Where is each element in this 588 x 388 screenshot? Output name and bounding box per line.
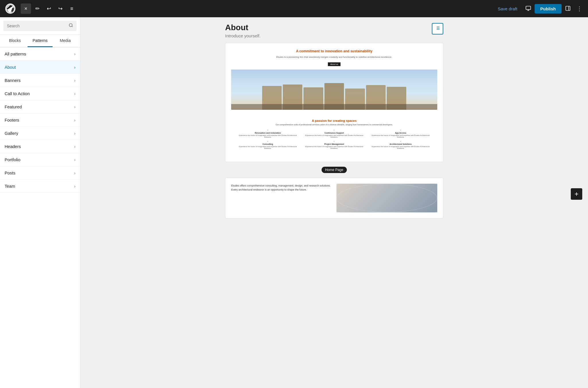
preview-header-text: About Introduce yourself. [225, 23, 260, 38]
search-area [0, 17, 80, 35]
pattern-card-about-2[interactable]: Études offers comprehensive consulting, … [225, 178, 443, 218]
sidebar-icon [565, 5, 571, 12]
close-button[interactable]: × [21, 3, 31, 14]
second-card-image [336, 184, 437, 212]
tab-media[interactable]: Media [53, 35, 78, 47]
fake-services-grid: ✦ Renovation and restoration Experience … [236, 129, 433, 149]
headers-label: Headers [5, 144, 21, 149]
preview-title: About [225, 23, 260, 32]
sidebar-item-gallery[interactable]: Gallery › [0, 127, 80, 140]
pattern-card-home-page[interactable]: A commitment to innovation and sustainab… [225, 43, 443, 162]
banners-label: Banners [5, 78, 21, 83]
grid-item-4: ✦ Consulting Experience the fusion of im… [236, 140, 300, 149]
grid-item-5: ✦ Project Management Experience the fusi… [302, 140, 366, 149]
second-card-body: Études offers comprehensive consulting, … [231, 184, 332, 192]
search-icon [69, 23, 73, 29]
tab-blocks[interactable]: Blocks [2, 35, 28, 47]
svg-point-3 [69, 24, 72, 27]
home-page-label-badge: Home Page [322, 167, 347, 173]
sidebar-item-call-to-action[interactable]: Call to Action › [0, 87, 80, 100]
pattern-list: All patterns › About › Banners › Call to… [0, 47, 80, 388]
chevron-right-icon: › [74, 118, 76, 122]
sidebar: Blocks Patterns Media All patterns › Abo… [0, 17, 80, 388]
redo-icon: ↪ [58, 5, 63, 12]
more-options-button[interactable]: ⋮ [574, 3, 585, 14]
list-view-icon [435, 26, 440, 32]
preview-area: About Introduce yourself. [80, 17, 588, 388]
chevron-right-icon: › [74, 157, 76, 162]
undo-icon: ↩ [47, 5, 51, 12]
chevron-right-icon: › [74, 91, 76, 96]
publish-button[interactable]: Publish [535, 4, 562, 14]
sidebar-item-team[interactable]: Team › [0, 180, 80, 193]
chevron-right-icon: › [74, 78, 76, 83]
more-icon: ⋮ [577, 5, 582, 12]
svg-rect-2 [566, 6, 570, 10]
team-label: Team [5, 184, 15, 189]
chevron-right-icon: › [74, 171, 76, 175]
grid-item-3: ✦ App Access Experience the fusion of im… [369, 129, 433, 138]
edit-button[interactable]: ✏ [32, 3, 42, 14]
tab-patterns[interactable]: Patterns [28, 35, 53, 47]
close-icon: × [24, 6, 28, 12]
svg-rect-1 [526, 6, 531, 9]
search-input[interactable] [7, 24, 66, 28]
fake-section-2-title: A passion for creating spaces [236, 119, 433, 122]
sidebar-item-banners[interactable]: Banners › [0, 74, 80, 87]
sidebar-item-featured[interactable]: Featured › [0, 100, 80, 114]
fake-site-title: A commitment to innovation and sustainab… [231, 49, 437, 54]
add-block-button[interactable]: + [571, 188, 582, 200]
undo-button[interactable]: ↩ [44, 3, 54, 14]
portfolio-label: Portfolio [5, 157, 20, 162]
grid-item-6: ✦ Architectural Solutions Experience the… [369, 140, 433, 149]
save-draft-button[interactable]: Save draft [493, 4, 522, 14]
monitor-icon [525, 5, 531, 12]
fake-site-cta-btn: About us [328, 62, 341, 66]
second-card-inner: Études offers comprehensive consulting, … [225, 178, 443, 218]
sidebar-item-posts[interactable]: Posts › [0, 166, 80, 180]
chevron-right-icon: › [74, 52, 76, 56]
document-overview-button[interactable]: ≡ [67, 3, 77, 14]
list-view-button[interactable] [432, 23, 443, 34]
grid-item-1: ✦ Renovation and restoration Experience … [236, 129, 300, 138]
search-box [3, 21, 77, 31]
plus-icon: + [575, 190, 579, 198]
posts-label: Posts [5, 170, 16, 175]
main-area: Blocks Patterns Media All patterns › Abo… [0, 17, 588, 388]
sidebar-item-headers[interactable]: Headers › [0, 140, 80, 153]
all-patterns-label: All patterns [5, 51, 26, 56]
chevron-right-icon: › [74, 65, 76, 70]
redo-button[interactable]: ↪ [55, 3, 65, 14]
sidebar-item-about[interactable]: About › [0, 61, 80, 74]
second-card-text: Études offers comprehensive consulting, … [231, 184, 332, 212]
document-overview-icon: ≡ [70, 6, 74, 12]
wp-logo [3, 0, 17, 17]
home-page-badge-wrapper: Home Page [322, 167, 347, 175]
chevron-right-icon: › [74, 131, 76, 136]
sidebar-item-portfolio[interactable]: Portfolio › [0, 153, 80, 166]
chevron-right-icon: › [74, 184, 76, 189]
call-to-action-label: Call to Action [5, 91, 30, 96]
toolbar: × ✏ ↩ ↪ ≡ Save draft Publish ⋮ [0, 0, 588, 17]
about-label: About [5, 65, 16, 70]
preview-header: About Introduce yourself. [225, 23, 443, 38]
chevron-right-icon: › [74, 105, 76, 109]
fake-site-desc: Études is a pioneering firm that seamles… [231, 55, 437, 59]
sidebar-item-all-patterns[interactable]: All patterns › [0, 47, 80, 61]
preview-subtitle: Introduce yourself. [225, 33, 260, 38]
gallery-label: Gallery [5, 131, 18, 136]
footers-label: Footers [5, 118, 19, 122]
sidebar-toggle-button[interactable] [563, 3, 573, 14]
tabs: Blocks Patterns Media [0, 35, 80, 47]
fake-section-2: A passion for creating spaces Our compre… [231, 114, 437, 156]
sidebar-item-footers[interactable]: Footers › [0, 114, 80, 127]
view-button[interactable] [523, 3, 533, 14]
fake-section-2-desc: Our comprehensive suite of professional … [236, 124, 433, 126]
grid-item-2: ✦ Continuous Support Experience the fusi… [302, 129, 366, 138]
edit-icon: ✏ [35, 5, 40, 12]
featured-label: Featured [5, 104, 22, 109]
arch-decoration [336, 184, 437, 212]
chevron-right-icon: › [74, 144, 76, 149]
fake-site-image [231, 70, 437, 110]
